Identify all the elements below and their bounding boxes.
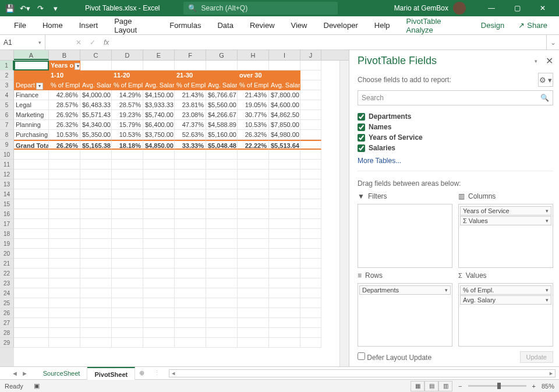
zoom-level[interactable]: 85% [542, 383, 554, 390]
cell-dept[interactable]: Purchasing [14, 130, 49, 140]
tab-developer[interactable]: Developer [316, 16, 366, 35]
share-button[interactable]: ↗Share [512, 21, 553, 30]
field-names[interactable]: Names [358, 122, 553, 132]
area-filters[interactable] [358, 204, 452, 268]
row-header-2[interactable]: 2 [0, 70, 14, 80]
row-header-8[interactable]: 8 [0, 130, 14, 140]
close-panel-icon[interactable]: ✕ [546, 55, 553, 66]
cell-dept[interactable]: Legal [14, 100, 49, 110]
col-header-I[interactable]: I [269, 50, 300, 60]
field-departments[interactable]: Departments [358, 111, 553, 122]
pill--values[interactable]: Σ Values▾ [460, 216, 551, 225]
undo-icon[interactable]: ↶▾ [19, 2, 31, 15]
col-header-C[interactable]: C [80, 50, 112, 60]
horizontal-scrollbar[interactable]: ◄► [169, 369, 556, 377]
row-header-9[interactable]: 9 [0, 140, 14, 150]
row-header-19[interactable]: 19 [0, 239, 14, 249]
row-header-5[interactable]: 5 [0, 100, 14, 110]
row-header-6[interactable]: 6 [0, 110, 14, 120]
row-header-18[interactable]: 18 [0, 229, 14, 239]
row-header-12[interactable]: 12 [0, 169, 14, 179]
gear-icon[interactable]: ⚙ ▾ [538, 73, 553, 87]
update-button[interactable]: Update [520, 351, 553, 363]
page-layout-view-icon[interactable]: ▤ [424, 381, 438, 391]
row-header-20[interactable]: 20 [0, 249, 14, 259]
area-rows[interactable]: Departments▾ [358, 283, 452, 347]
col-header-B[interactable]: B [49, 50, 80, 60]
col-header-A[interactable]: A [14, 50, 49, 60]
normal-view-icon[interactable]: ▦ [411, 381, 424, 391]
tab-insert[interactable]: Insert [71, 16, 107, 35]
cell-dept[interactable]: Finance [14, 90, 49, 100]
cell-B1[interactable]: Years o▾ [49, 61, 80, 70]
row-header-15[interactable]: 15 [0, 199, 14, 209]
cell-dept[interactable]: Planning [14, 120, 49, 130]
row-header-22[interactable]: 22 [0, 269, 14, 278]
cancel-icon[interactable]: ✕ [76, 38, 82, 47]
row-header-11[interactable]: 11 [0, 160, 14, 169]
macro-icon[interactable]: ▣ [34, 382, 40, 390]
row-header-21[interactable]: 21 [0, 259, 14, 269]
fields-search[interactable]: Search 🔍 [358, 90, 553, 105]
col-header-E[interactable]: E [143, 50, 175, 60]
vertical-scrollbar[interactable] [339, 61, 349, 366]
col-header-F[interactable]: F [175, 50, 206, 60]
col-header-H[interactable]: H [238, 50, 269, 60]
pill--of-empl-[interactable]: % of Empl.▾ [460, 285, 551, 295]
row-header-24[interactable]: 24 [0, 288, 14, 298]
tab-formulas[interactable]: Formulas [161, 16, 209, 35]
area-values[interactable]: % of Empl.▾Avg. Salary▾ [458, 283, 553, 347]
user-name[interactable]: Mario at GemBox [394, 4, 448, 12]
save-icon[interactable]: 💾 [3, 2, 16, 15]
new-sheet-icon[interactable]: ⊕ [135, 369, 148, 377]
chevron-down-icon[interactable]: ▾ [38, 40, 41, 45]
tab-help[interactable]: Help [366, 16, 398, 35]
zoom-in-icon[interactable]: + [532, 383, 536, 390]
search-box[interactable]: 🔍 Search (Alt+Q) [183, 2, 338, 15]
tab-page-layout[interactable]: Page Layout [106, 16, 161, 35]
tab-home[interactable]: Home [34, 16, 71, 35]
pill-years-of-service[interactable]: Years of Service▾ [460, 206, 551, 216]
row-header-17[interactable]: 17 [0, 219, 14, 229]
tab-view[interactable]: View [283, 16, 316, 35]
more-tables-link[interactable]: More Tables... [358, 157, 553, 165]
row-header-28[interactable]: 28 [0, 328, 14, 338]
tab-pivotsheet[interactable]: PivotSheet [87, 367, 135, 380]
move-handle-icon[interactable]: ▾ [535, 58, 537, 64]
col-header-D[interactable]: D [112, 50, 143, 60]
cell-dept-hdr[interactable]: Depart▾ [14, 80, 49, 90]
pill-avg-salary[interactable]: Avg. Salary▾ [460, 295, 551, 305]
collapse-ribbon-icon[interactable]: ⌄ [546, 35, 559, 50]
next-sheet-icon[interactable]: ► [22, 370, 28, 377]
area-columns[interactable]: Years of Service▾Σ Values▾ [458, 204, 553, 268]
tab-data[interactable]: Data [209, 16, 241, 35]
row-header-3[interactable]: 3 [0, 80, 14, 90]
restore-button[interactable]: ▢ [504, 0, 530, 16]
tab-pivottable-analyze[interactable]: PivotTable Analyze [398, 16, 473, 35]
field-salaries[interactable]: Salaries [358, 143, 553, 153]
row-header-16[interactable]: 16 [0, 209, 14, 219]
qat-customize-icon[interactable]: ▾ [49, 2, 62, 15]
cell-dept[interactable]: Marketing [14, 110, 49, 120]
name-box[interactable]: A1▾ [0, 35, 45, 50]
col-header-J[interactable]: J [300, 50, 321, 60]
cells[interactable]: Years o▾1-1011-2021-30over 30Depart▾% of… [14, 61, 339, 366]
defer-checkbox[interactable]: Defer Layout Update [358, 352, 431, 362]
select-all[interactable] [0, 50, 14, 60]
avatar[interactable] [453, 2, 466, 15]
enter-icon[interactable]: ✓ [90, 38, 95, 47]
row-header-29[interactable]: 29 [0, 338, 14, 348]
field-years-of-service[interactable]: Years of Service [358, 132, 553, 143]
pill-departments[interactable]: Departments▾ [359, 285, 451, 295]
minimize-button[interactable]: — [479, 0, 504, 16]
close-button[interactable]: ✕ [530, 0, 556, 16]
row-header-10[interactable]: 10 [0, 150, 14, 160]
tab-sourcesheet[interactable]: SourceSheet [36, 367, 88, 380]
page-break-view-icon[interactable]: ▥ [438, 381, 452, 391]
tab-file[interactable]: File [6, 16, 34, 35]
redo-icon[interactable]: ↷ [34, 2, 47, 15]
row-header-27[interactable]: 27 [0, 318, 14, 328]
fx-icon[interactable]: fx [104, 38, 109, 47]
row-header-7[interactable]: 7 [0, 120, 14, 130]
row-header-4[interactable]: 4 [0, 90, 14, 100]
